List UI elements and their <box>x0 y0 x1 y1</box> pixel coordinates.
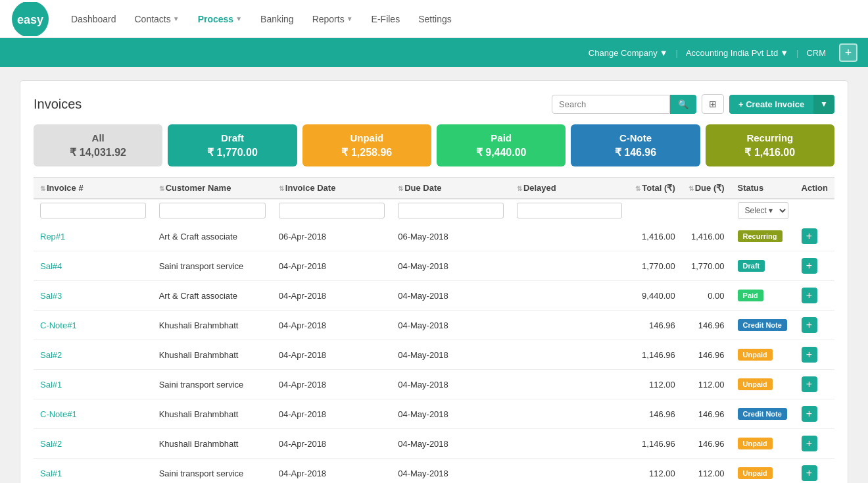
table-row: Sal#2 Khushali Brahmbhatt 04-Apr-2018 04… <box>34 340 834 370</box>
due-cell: 0.00 <box>682 281 731 311</box>
delayed <box>510 311 629 340</box>
tab-unpaid[interactable]: Unpaid ₹ 1,258.96 <box>302 124 431 166</box>
col-delayed[interactable]: ⇅Delayed <box>510 178 629 199</box>
due-date: 04-May-2018 <box>391 311 510 340</box>
status-tabs: All ₹ 14,031.92 Draft ₹ 1,770.00 Unpaid … <box>34 124 834 166</box>
invoice-link[interactable]: Sal#1 <box>40 469 62 478</box>
nav-process[interactable]: Process ▼ <box>190 9 250 30</box>
row-action-button[interactable]: + <box>802 288 817 303</box>
filter-invoice[interactable] <box>40 203 146 218</box>
col-invoice-date[interactable]: ⇅Invoice Date <box>272 178 391 199</box>
row-action-button[interactable]: + <box>802 436 817 451</box>
filter-customer[interactable] <box>159 203 266 218</box>
invoice-link[interactable]: Sal#3 <box>40 291 62 301</box>
status-cell: Unpaid <box>731 459 795 484</box>
col-due[interactable]: ⇅Due (₹) <box>682 178 731 199</box>
total-cell: 1,770.00 <box>629 251 681 281</box>
action-cell: + <box>795 340 835 370</box>
total-cell: 112.00 <box>629 370 681 399</box>
total-cell: 1,416.00 <box>629 222 681 251</box>
filter-invoice-date[interactable] <box>279 203 385 218</box>
customer-name: Saini transport service <box>153 370 272 399</box>
status-badge: Credit Note <box>738 408 787 420</box>
row-action-button[interactable]: + <box>802 376 817 392</box>
nav-reports[interactable]: Reports ▼ <box>304 9 361 30</box>
row-action-button[interactable]: + <box>802 465 817 481</box>
due-date: 04-May-2018 <box>391 399 510 429</box>
action-cell: + <box>795 370 835 399</box>
filter-status-select[interactable]: Select ▾ <box>738 202 788 219</box>
search-icon: 🔍 <box>678 99 688 109</box>
total-cell: 9,440.00 <box>629 281 681 311</box>
col-customer[interactable]: ⇅Customer Name <box>153 178 272 199</box>
table-row: Sal#1 Saini transport service 04-Apr-201… <box>34 459 834 484</box>
status-badge: Unpaid <box>738 467 773 479</box>
col-total[interactable]: ⇅Total (₹) <box>629 178 681 199</box>
tab-recurring[interactable]: Recurring ₹ 1,416.00 <box>706 124 834 166</box>
nav-contacts[interactable]: Contacts ▼ <box>127 9 187 30</box>
search-button[interactable]: 🔍 <box>670 95 696 114</box>
create-invoice-button[interactable]: + Create Invoice <box>729 95 813 114</box>
create-invoice-dropdown[interactable]: ▼ <box>813 95 834 114</box>
col-due-date[interactable]: ⇅Due Date <box>391 178 510 199</box>
delayed <box>510 429 629 459</box>
row-action-button[interactable]: + <box>802 228 817 244</box>
status-badge: Credit Note <box>738 319 787 331</box>
search-input[interactable] <box>552 95 670 114</box>
nav-efiles[interactable]: E-Files <box>364 9 408 30</box>
filter-due-date[interactable] <box>398 203 504 218</box>
invoice-link[interactable]: Rep#1 <box>40 232 65 242</box>
row-action-button[interactable]: + <box>802 317 817 333</box>
invoices-card: Invoices 🔍 ⊞ + Create Invoice ▼ <box>20 80 848 483</box>
status-cell: Credit Note <box>731 311 795 340</box>
page-title: Invoices <box>34 97 82 112</box>
action-cell: + <box>795 251 835 281</box>
tab-paid[interactable]: Paid ₹ 9,440.00 <box>437 124 566 166</box>
status-cell: Unpaid <box>731 429 795 459</box>
filter-delayed[interactable] <box>517 203 622 218</box>
status-badge: Unpaid <box>738 438 773 449</box>
invoice-link[interactable]: Sal#1 <box>40 380 62 390</box>
status-cell: Recurring <box>731 222 795 251</box>
company-name-btn[interactable]: Accounting India Pvt Ltd ▼ <box>681 45 794 61</box>
create-invoice-container: + Create Invoice ▼ <box>729 95 834 114</box>
col-invoice[interactable]: ⇅Invoice # <box>34 178 153 199</box>
crm-btn[interactable]: CRM <box>801 45 831 61</box>
row-action-button[interactable]: + <box>802 347 817 363</box>
invoice-date: 04-Apr-2018 <box>272 399 391 429</box>
invoice-link[interactable]: C-Note#1 <box>40 409 77 419</box>
total-cell: 146.96 <box>629 399 681 429</box>
due-cell: 146.96 <box>682 399 731 429</box>
due-date: 04-May-2018 <box>391 281 510 311</box>
due-cell: 1,416.00 <box>682 222 731 251</box>
row-action-button[interactable]: + <box>802 406 817 422</box>
grid-view-button[interactable]: ⊞ <box>702 94 724 114</box>
tab-cnote[interactable]: C-Note ₹ 146.96 <box>571 124 700 166</box>
nav-settings[interactable]: Settings <box>410 9 460 30</box>
invoice-link[interactable]: Sal#4 <box>40 261 62 271</box>
status-badge: Paid <box>738 290 763 301</box>
nav-banking[interactable]: Banking <box>253 9 302 30</box>
invoice-link[interactable]: Sal#2 <box>40 350 62 360</box>
due-cell: 1,770.00 <box>682 251 731 281</box>
total-cell: 1,146.96 <box>629 340 681 370</box>
delayed <box>510 281 629 311</box>
invoice-date: 04-Apr-2018 <box>272 281 391 311</box>
delayed <box>510 459 629 484</box>
row-action-button[interactable]: + <box>802 258 817 274</box>
total-cell: 146.96 <box>629 311 681 340</box>
customer-name: Art & Craft associate <box>153 281 272 311</box>
card-header: Invoices 🔍 ⊞ + Create Invoice ▼ <box>34 94 834 114</box>
invoice-link[interactable]: Sal#2 <box>40 439 62 449</box>
nav-dashboard[interactable]: Dashboard <box>63 9 124 30</box>
nav-links: Dashboard Contacts ▼ Process ▼ Banking R… <box>63 9 857 30</box>
col-status: Status <box>731 178 795 199</box>
logo[interactable]: easy <box>11 2 50 36</box>
table-row: Rep#1 Art & Craft associate 06-Apr-2018 … <box>34 222 834 251</box>
invoice-link[interactable]: C-Note#1 <box>40 320 77 330</box>
change-company-btn[interactable]: Change Company ▼ <box>583 45 673 61</box>
tab-draft[interactable]: Draft ₹ 1,770.00 <box>168 124 297 166</box>
add-btn[interactable]: + <box>839 43 857 62</box>
status-cell: Unpaid <box>731 370 795 399</box>
tab-all[interactable]: All ₹ 14,031.92 <box>34 124 162 166</box>
